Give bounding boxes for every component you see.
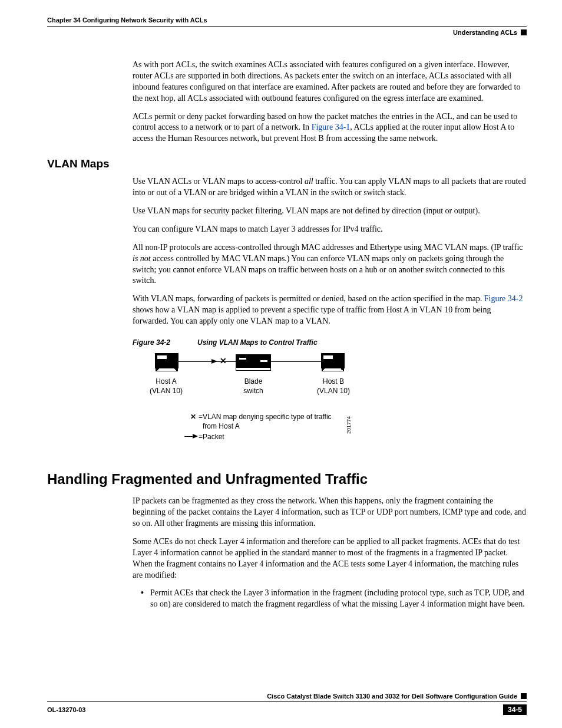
footer-guide-title: Cisco Catalyst Blade Switch 3130 and 303… — [267, 693, 517, 700]
legend-x-row: ✕ = VLAN map denying specific type of tr… — [190, 412, 332, 431]
blade-switch-icon — [236, 354, 271, 367]
vlan-p4a: All non-IP protocols are access-controll… — [133, 243, 523, 252]
host-b-icon — [321, 353, 345, 368]
legend-x-eq: = — [199, 412, 203, 431]
figure-34-2-link[interactable]: Figure 34-2 — [484, 294, 523, 303]
section-header: Understanding ACLs — [453, 29, 517, 36]
vlan-p4-em: is not — [133, 254, 151, 263]
vlan-p1-em: all — [305, 177, 313, 186]
vlan-p4b: access controlled by MAC VLAN maps.) You… — [133, 254, 505, 285]
host-a-label: Host A (VLAN 10) — [140, 377, 193, 396]
legend-x-text: VLAN map denying specific type of traffi… — [203, 412, 332, 431]
frag-bullet-1-text: Permit ACEs that check the Layer 3 infor… — [150, 588, 527, 610]
footer-docid: OL-13270-03 — [47, 706, 85, 713]
figure-title: Using VLAN Maps to Control Traffic — [197, 338, 318, 347]
vlan-p3: You can configure VLAN maps to match Lay… — [133, 224, 527, 235]
vlan-p4: All non-IP protocols are access-controll… — [133, 242, 527, 287]
switch-l1: Blade — [244, 377, 263, 386]
legend-arrow-icon — [184, 434, 199, 440]
frag-bullet-1: • Permit ACEs that check the Layer 3 inf… — [141, 588, 527, 610]
legend-arrow-row: = Packet — [184, 432, 332, 442]
frag-p2: Some ACEs do not check Layer 4 informati… — [133, 536, 527, 581]
intro-p1: As with port ACLs, the switch examines A… — [133, 60, 527, 104]
host-a-icon — [155, 353, 178, 368]
host-b-label: Host B (VLAN 10) — [307, 377, 360, 396]
vlan-p5: With VLAN maps, forwarding of packets is… — [133, 294, 527, 327]
chapter-header: Chapter 34 Configuring Network Security … — [47, 17, 527, 24]
blade-switch-base-icon — [236, 367, 271, 371]
arrow-icon — [211, 359, 217, 364]
header-rule — [47, 26, 527, 27]
header-marker-icon — [521, 29, 527, 35]
host-b-l1: Host B — [323, 377, 344, 386]
vlan-p5a: With VLAN maps, forwarding of packets is… — [133, 294, 484, 303]
host-a-l2: (VLAN 10) — [150, 387, 183, 395]
page-number: 34-5 — [503, 704, 527, 715]
x-mark-icon: ✕ — [220, 355, 227, 367]
figure-id: 201774 — [345, 416, 352, 434]
frag-p1: IP packets can be fragmented as they cro… — [133, 496, 527, 529]
host-a-l1: Host A — [156, 377, 176, 386]
link-a-switch — [178, 361, 236, 362]
vlan-p2: Use VLAN maps for security packet filter… — [133, 206, 527, 217]
page-footer: Cisco Catalyst Blade Switch 3130 and 303… — [47, 693, 527, 715]
fragment-heading: Handling Fragmented and Unfragmented Tra… — [47, 471, 527, 487]
vlan-p5b: shows how a VLAN map is applied to preve… — [133, 305, 491, 325]
vlan-p1a: Use VLAN ACLs or VLAN maps to access-con… — [133, 177, 305, 186]
section-header-row: Understanding ACLs — [47, 29, 527, 36]
figure-caption: Figure 34-2Using VLAN Maps to Control Tr… — [133, 338, 527, 347]
legend-arrow-text: Packet — [203, 432, 224, 442]
figure-34-2: ✕ Host A (VLAN 10) Blade switch Host B (… — [133, 353, 527, 447]
vlan-p1: Use VLAN ACLs or VLAN maps to access-con… — [133, 176, 527, 199]
switch-l2: switch — [243, 387, 263, 395]
figure-34-1-link[interactable]: Figure 34-1 — [312, 123, 351, 131]
intro-p2: ACLs permit or deny packet forwarding ba… — [133, 111, 527, 145]
legend-x-symbol-icon: ✕ — [190, 412, 199, 431]
figure-number: Figure 34-2 — [133, 338, 170, 347]
switch-label: Blade switch — [227, 377, 280, 396]
legend-arrow-eq: = — [199, 432, 203, 442]
footer-marker-icon — [521, 693, 527, 699]
host-b-l2: (VLAN 10) — [317, 387, 350, 395]
bullet-icon: • — [141, 588, 150, 610]
link-switch-b — [271, 361, 321, 362]
vlan-maps-heading: VLAN Maps — [47, 157, 527, 170]
